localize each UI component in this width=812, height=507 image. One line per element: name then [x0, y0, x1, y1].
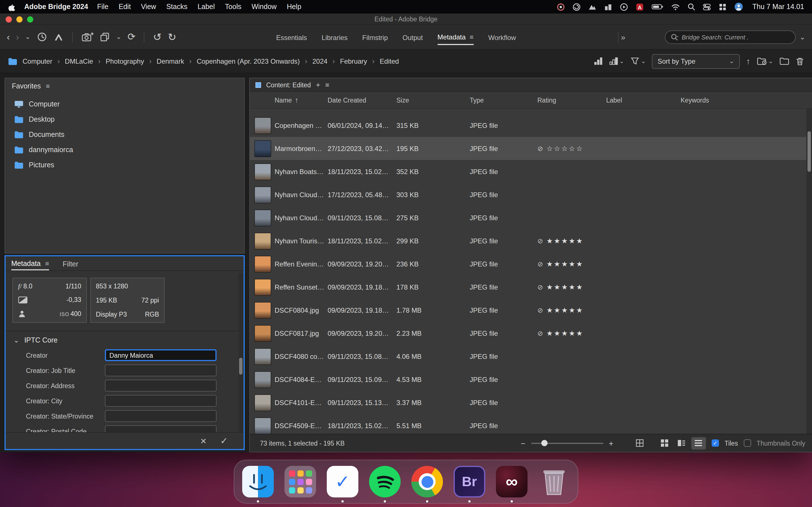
rating-cell[interactable]: ⊘★★★★★: [538, 306, 606, 314]
table-row[interactable]: DSCF4084-En…09/11/2023, 15.09…4.53 MBJPE…: [250, 368, 806, 391]
column-header-size[interactable]: Size: [396, 97, 470, 103]
sort-dropdown[interactable]: Sort by Type ⌄: [652, 54, 740, 68]
star-rating[interactable]: ★★★★★: [546, 283, 583, 291]
menubar-clock[interactable]: Thu 7 Mar 14.01: [753, 3, 804, 11]
menu-tools[interactable]: Tools: [225, 3, 241, 11]
back-icon[interactable]: ‹: [7, 32, 10, 42]
redo-icon[interactable]: ↻: [168, 31, 176, 43]
recent-chevron-icon[interactable]: ⌄: [25, 33, 30, 41]
dock-finder[interactable]: [241, 465, 275, 499]
dock-chrome[interactable]: [410, 465, 444, 499]
new-folder-icon[interactable]: [779, 57, 790, 65]
undo-icon[interactable]: ↺: [153, 31, 161, 43]
avatar-icon[interactable]: [734, 2, 744, 11]
boomerang-icon[interactable]: [54, 33, 64, 41]
rating-cell[interactable]: ⊘☆☆☆☆☆: [538, 144, 606, 153]
workspace-tab-workflow[interactable]: Workflow: [488, 30, 516, 44]
content-scrollbar[interactable]: [806, 109, 812, 434]
battery-icon[interactable]: [652, 3, 664, 11]
adobe-a-menu-icon[interactable]: A: [636, 3, 644, 11]
table-row[interactable]: Marmorbroen…27/12/2023, 03.42…195 KBJPEG…: [250, 137, 806, 160]
workspace-options-icon[interactable]: ≡: [470, 33, 474, 41]
workspace-tab-metadata[interactable]: Metadata≡: [438, 29, 474, 45]
control-center-icon[interactable]: [703, 3, 711, 11]
star-rating[interactable]: ★★★★★: [546, 237, 583, 245]
dock-creative-cloud[interactable]: ∞: [495, 465, 529, 499]
list-view-icon[interactable]: [691, 437, 706, 449]
table-row[interactable]: Nyhavn Boats…18/11/2023, 15.02…352 KBJPE…: [250, 160, 806, 183]
star-rating[interactable]: ☆☆☆☆☆: [546, 144, 583, 153]
favorites-item-pictures[interactable]: Pictures: [5, 157, 244, 172]
iptc-field-input[interactable]: [105, 380, 216, 392]
menu-window[interactable]: Window: [252, 3, 276, 11]
rating-cell[interactable]: ⊘★★★★★: [538, 283, 606, 291]
sort-direction-icon[interactable]: ↑: [746, 56, 750, 66]
tiles-checkbox[interactable]: ✓: [712, 439, 719, 447]
rating-cell[interactable]: ⊘★★★★★: [538, 260, 606, 268]
table-row[interactable]: Reffen Sunset…09/09/2023, 19.18…178 KBJP…: [250, 276, 806, 298]
breadcrumb-item[interactable]: DMLaCie: [65, 57, 93, 65]
table-row[interactable]: Nyhavn Cloud…09/11/2023, 15.08…275 KBJPE…: [250, 206, 806, 229]
column-header-rating[interactable]: Rating: [538, 97, 606, 103]
dock-bridge[interactable]: Br: [453, 465, 486, 499]
menu-stacks[interactable]: Stacks: [166, 3, 188, 11]
history-icon[interactable]: [37, 32, 47, 42]
more-workspaces-icon[interactable]: »: [621, 33, 625, 41]
filter-icon[interactable]: ⌄: [630, 57, 646, 65]
table-row[interactable]: DSCF4101-En…09/11/2023, 15.13…3.37 MBJPE…: [250, 391, 806, 414]
spiral-menu-icon[interactable]: [573, 3, 581, 11]
workspace-tab-libraries[interactable]: Libraries: [322, 30, 348, 44]
copy-chevron-icon[interactable]: ⌄: [116, 33, 121, 41]
reject-icon[interactable]: ⊘: [538, 260, 543, 268]
creative-cloud-menu-icon[interactable]: [557, 3, 565, 11]
bridge-search-box[interactable]: [665, 30, 796, 44]
menu-file[interactable]: File: [97, 3, 108, 11]
reject-icon[interactable]: ⊘: [538, 329, 543, 337]
mountain-menu-icon[interactable]: [589, 3, 597, 11]
thumbnail-size-slider[interactable]: [531, 443, 603, 444]
iptc-field-input[interactable]: [105, 349, 216, 361]
forward-icon[interactable]: ›: [16, 32, 19, 42]
metadata-tab-filter[interactable]: Filter: [63, 256, 79, 270]
favorites-menu-icon[interactable]: ≡: [46, 82, 50, 90]
buildings-menu-icon[interactable]: [604, 3, 613, 11]
menu-view[interactable]: View: [141, 3, 156, 11]
breadcrumb-item[interactable]: Denmark: [157, 57, 184, 65]
table-row[interactable]: Nyhavn Touris…18/11/2023, 15.02…299 KBJP…: [250, 229, 806, 252]
table-row[interactable]: DSCF4509-En…18/11/2023, 15.02…5.51 MBJPE…: [250, 414, 806, 434]
apple-menu-icon[interactable]: [8, 3, 15, 11]
apply-metadata-button[interactable]: ✓: [220, 436, 228, 446]
minimize-window-button[interactable]: [16, 16, 22, 22]
breadcrumb-item[interactable]: Photography: [106, 57, 144, 65]
close-window-button[interactable]: [6, 16, 12, 22]
app-menu-title[interactable]: Adobe Bridge 2024: [24, 3, 88, 11]
column-header-keywords[interactable]: Keywords: [680, 97, 812, 103]
rating-cell[interactable]: ⊘★★★★★: [538, 237, 606, 245]
breadcrumb-item[interactable]: Computer: [22, 57, 52, 65]
grid-lock-view-icon[interactable]: [633, 437, 647, 449]
reject-icon[interactable]: ⊘: [538, 237, 543, 245]
thumbnail-view-icon[interactable]: [658, 437, 672, 449]
play-menu-icon[interactable]: [620, 3, 628, 11]
delete-icon[interactable]: [796, 57, 804, 66]
preview-quality-icon[interactable]: ⌄: [609, 57, 624, 65]
iptc-field-input[interactable]: [105, 395, 216, 407]
wifi-icon[interactable]: [671, 3, 680, 10]
breadcrumb-item[interactable]: Edited: [380, 57, 399, 65]
refresh-icon[interactable]: ⟳: [128, 31, 136, 43]
column-header-label[interactable]: Label: [606, 97, 680, 103]
spotlight-icon[interactable]: [688, 3, 696, 11]
app-switcher-icon[interactable]: [719, 3, 727, 11]
workspace-tab-essentials[interactable]: Essentials: [276, 30, 307, 44]
dock-trash[interactable]: [537, 465, 571, 499]
iptc-field-input[interactable]: [105, 364, 216, 376]
workspace-tab-output[interactable]: Output: [403, 30, 423, 44]
metadata-panel-menu-icon[interactable]: ≡: [45, 260, 49, 267]
zoom-window-button[interactable]: [27, 16, 33, 22]
table-row[interactable]: Copenhagen …06/01/2024, 09.14…315 KBJPEG…: [250, 114, 806, 137]
content-scrollbar-thumb[interactable]: [808, 131, 811, 172]
zoom-out-icon[interactable]: −: [521, 439, 525, 448]
collapse-chevron-icon[interactable]: ⌄: [13, 336, 19, 344]
dock-things[interactable]: ✓: [326, 465, 359, 499]
content-menu-icon[interactable]: ≡: [325, 81, 329, 89]
